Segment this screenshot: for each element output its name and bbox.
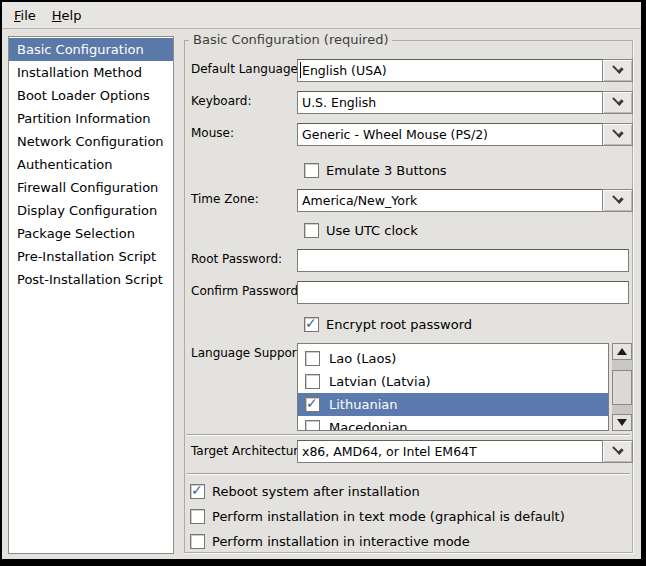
text-mode-install-checkbox[interactable]: ✓ Perform installation in text mode (gra… <box>190 508 565 524</box>
emulate-3-buttons-checkbox[interactable]: ✓ Emulate 3 Buttons <box>304 162 447 178</box>
confirm-password-label: Confirm Password: <box>191 284 302 298</box>
checkbox-icon: ✓ <box>305 351 320 366</box>
checkbox-icon: ✓ <box>304 163 319 178</box>
chevron-down-icon <box>612 192 623 203</box>
sidebar-item-firewall-configuration[interactable]: Firewall Configuration <box>9 176 173 199</box>
language-option-latvian[interactable]: ✓ Latvian (Latvia) <box>298 370 608 393</box>
menubar: File Help <box>2 2 641 29</box>
sidebar-item-partition-information[interactable]: Partition Information <box>9 107 173 130</box>
menu-file[interactable]: File <box>6 5 44 26</box>
checkbox-icon: ✓ <box>305 420 320 431</box>
scrollbar-thumb[interactable] <box>612 370 632 405</box>
target-architecture-input[interactable] <box>297 440 603 463</box>
sidebar-item-display-configuration[interactable]: Display Configuration <box>9 199 173 222</box>
sidebar-item-installation-method[interactable]: Installation Method <box>9 61 173 84</box>
language-list-scrollbar[interactable] <box>612 343 632 431</box>
chevron-down-icon <box>612 443 623 454</box>
time-zone-input[interactable] <box>297 189 603 212</box>
reboot-after-install-checkbox[interactable]: ✓ Reboot system after installation <box>190 483 420 499</box>
scroll-up-button[interactable] <box>612 343 632 360</box>
interactive-mode-install-checkbox[interactable]: ✓ Perform installation in interactive mo… <box>190 533 470 549</box>
check-icon: ✓ <box>305 315 317 331</box>
root-password-label: Root Password: <box>191 252 282 266</box>
language-option-lithuanian[interactable]: ✓ Lithuanian <box>298 393 608 416</box>
mouse-dropdown-button[interactable] <box>602 123 633 146</box>
sidebar-item-network-configuration[interactable]: Network Configuration <box>9 130 173 153</box>
separator <box>187 434 630 436</box>
checkbox-icon: ✓ <box>304 223 319 238</box>
root-password-input[interactable] <box>297 249 629 272</box>
menu-help[interactable]: Help <box>44 5 90 26</box>
keyboard-input[interactable] <box>297 91 603 114</box>
target-architecture-label: Target Architecture: <box>191 444 309 458</box>
check-icon: ✓ <box>191 482 203 498</box>
section-list: Basic Configuration Installation Method … <box>8 36 174 554</box>
default-language-label: Default Language: <box>191 62 302 76</box>
mouse-input[interactable] <box>297 123 603 146</box>
checkbox-icon: ✓ <box>190 534 205 549</box>
default-language-input[interactable] <box>297 59 603 82</box>
language-support-list: ✓ Lao (Laos) ✓ Latvian (Latvia) ✓ Lithua… <box>297 343 609 431</box>
text-caret <box>300 62 301 78</box>
sidebar-item-boot-loader-options[interactable]: Boot Loader Options <box>9 84 173 107</box>
time-zone-dropdown-button[interactable] <box>602 189 633 212</box>
chevron-down-icon <box>612 62 623 73</box>
language-option-lao[interactable]: ✓ Lao (Laos) <box>298 347 608 370</box>
scroll-up-icon <box>617 348 627 355</box>
mouse-label: Mouse: <box>191 126 234 140</box>
time-zone-label: Time Zone: <box>191 192 259 206</box>
check-icon: ✓ <box>306 395 318 411</box>
checkbox-checked-icon: ✓ <box>190 484 205 499</box>
use-utc-clock-checkbox[interactable]: ✓ Use UTC clock <box>304 222 418 238</box>
language-support-label: Language Support: <box>191 346 306 360</box>
default-language-dropdown-button[interactable] <box>602 59 633 82</box>
checkbox-checked-icon: ✓ <box>304 317 319 332</box>
keyboard-label: Keyboard: <box>191 94 251 108</box>
encrypt-root-password-checkbox[interactable]: ✓ Encrypt root password <box>304 316 472 332</box>
keyboard-dropdown-button[interactable] <box>602 91 633 114</box>
confirm-password-input[interactable] <box>297 281 629 304</box>
checkbox-icon: ✓ <box>305 374 320 389</box>
sidebar-item-basic-configuration[interactable]: Basic Configuration <box>9 38 173 61</box>
target-architecture-dropdown-button[interactable] <box>602 440 633 463</box>
scroll-down-icon <box>617 419 627 426</box>
sidebar-item-package-selection[interactable]: Package Selection <box>9 222 173 245</box>
checkbox-checked-icon: ✓ <box>305 397 320 412</box>
language-option-macedonian[interactable]: ✓ Macedonian <box>298 416 608 431</box>
sidebar-item-post-installation-script[interactable]: Post-Installation Script <box>9 268 173 291</box>
scroll-down-button[interactable] <box>612 414 632 431</box>
basic-configuration-panel: Basic Configuration (required) Default L… <box>184 40 633 553</box>
window-content: File Help Basic Configuration Installati… <box>2 2 641 559</box>
chevron-down-icon <box>612 126 623 137</box>
sidebar-item-authentication[interactable]: Authentication <box>9 153 173 176</box>
separator <box>187 473 630 475</box>
sidebar-item-pre-installation-script[interactable]: Pre-Installation Script <box>9 245 173 268</box>
panel-title: Basic Configuration (required) <box>189 32 392 47</box>
checkbox-icon: ✓ <box>190 509 205 524</box>
chevron-down-icon <box>612 94 623 105</box>
kickstart-configurator-window: File Help Basic Configuration Installati… <box>0 0 646 566</box>
